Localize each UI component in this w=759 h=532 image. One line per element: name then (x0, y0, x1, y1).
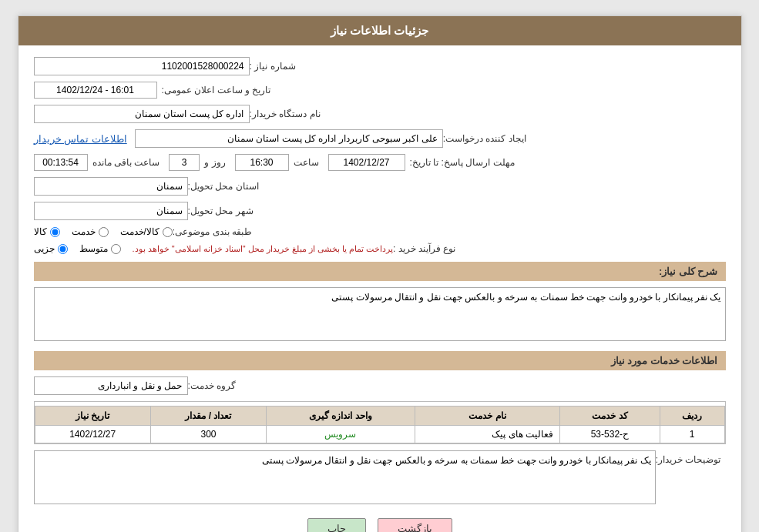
subject-row: طبقه بندی موضوعی: کالا/خدمت خدمت کالا (34, 226, 726, 237)
buyer-description-wrapper (34, 450, 656, 507)
cell-unit: سرویس (267, 426, 415, 443)
city-row: شهر محل تحویل: (34, 202, 726, 220)
need-number-input[interactable] (34, 57, 250, 75)
cell-need-date: 1402/12/27 (35, 426, 150, 443)
time-remaining-label: ساعت باقی مانده (92, 157, 160, 168)
page-header: جزئیات اطلاعات نیاز (18, 16, 741, 45)
response-date-group: 1402/12/27 (328, 154, 405, 171)
table-row: 1 ح-532-53 فعالیت های پیک سرویس 300 1402… (35, 426, 724, 443)
creator-row: ایجاد کننده درخواست: اطلاعات تماس خریدار (34, 129, 726, 148)
main-container: جزئیات اطلاعات نیاز شماره نیاز : تاریخ و… (18, 15, 742, 532)
service-group-input[interactable] (34, 376, 188, 395)
radio-kala-khedmat[interactable]: کالا/خدمت (120, 226, 173, 237)
buyer-org-row: نام دستگاه خریدار: (34, 105, 726, 123)
announce-date-value: 1402/12/24 - 16:01 (34, 82, 157, 99)
col-header-service-name: نام خدمت (415, 407, 560, 426)
province-label: استان محل تحویل: (188, 181, 259, 192)
need-summary-textarea[interactable] (34, 287, 726, 341)
buttons-row: بازگشت چاپ (34, 518, 726, 532)
purchase-type-label: نوع فرآیند خرید : (393, 243, 455, 254)
announce-date-row: تاریخ و ساعت اعلان عمومی: 1402/12/24 - 1… (34, 82, 726, 99)
subject-radio-group: کالا/خدمت خدمت کالا (34, 226, 173, 237)
city-label: شهر محل تحویل: (188, 206, 254, 216)
back-button[interactable]: بازگشت (378, 518, 452, 532)
radio-khedmat[interactable]: خدمت (72, 226, 109, 237)
col-header-service-code: کد خدمت (560, 407, 660, 426)
subject-label: طبقه بندی موضوعی: (173, 226, 252, 237)
cell-row-num: 1 (660, 426, 724, 443)
creator-input[interactable] (135, 129, 443, 148)
buyer-description-textarea[interactable] (34, 450, 656, 504)
content-area: شماره نیاز : تاریخ و ساعت اعلان عمومی: 1… (18, 45, 741, 532)
service-group-row: گروه خدمت: (34, 376, 726, 395)
need-number-label: شماره نیاز : (250, 61, 296, 72)
cell-service-name: فعالیت های پیک (415, 426, 560, 443)
need-number-row: شماره نیاز : (34, 57, 726, 75)
services-table-container: ردیف کد خدمت نام خدمت واحد اندازه گیری ت… (34, 401, 726, 444)
col-header-need-date: تاریخ نیاز (35, 407, 150, 426)
need-summary-area (34, 287, 726, 343)
buyer-org-input[interactable] (34, 105, 250, 123)
radio-jozi[interactable]: جزیی (34, 243, 68, 254)
response-time-label: ساعت (294, 157, 319, 168)
need-summary-label: شرح کلی نیاز: (34, 262, 726, 281)
purchase-type-radio-group: پرداخت تمام یا بخشی از مبلغ خریدار محل "… (34, 243, 394, 254)
response-deadline-label: مهلت ارسال پاسخ: تا تاریخ: (410, 157, 515, 168)
buyer-description-row: توضیحات خریدار: (34, 450, 726, 507)
announce-label: تاریخ و ساعت اعلان عمومی: (162, 85, 271, 95)
days-value: 3 (169, 154, 200, 171)
col-header-unit: واحد اندازه گیری (267, 407, 415, 426)
buyer-description-label: توضیحات خریدار: (656, 454, 721, 465)
province-input[interactable] (34, 177, 188, 196)
radio-kala[interactable]: کالا (34, 226, 60, 237)
services-table: ردیف کد خدمت نام خدمت واحد اندازه گیری ت… (35, 406, 725, 443)
service-group-label: گروه خدمت: (188, 380, 237, 391)
contact-link[interactable]: اطلاعات تماس خریدار (34, 133, 127, 145)
response-deadline-row: مهلت ارسال پاسخ: تا تاریخ: 1402/12/27 سا… (34, 154, 726, 171)
time-remaining-value: 00:13:54 (34, 154, 88, 171)
col-header-quantity: تعداد / مقدار (150, 407, 266, 426)
cell-quantity: 300 (150, 426, 266, 443)
creator-label: ایجاد کننده درخواست: (443, 133, 526, 144)
services-section-label: اطلاعات خدمات مورد نیاز (34, 351, 726, 370)
response-time-value: 16:30 (235, 154, 289, 171)
purchase-type-row: نوع فرآیند خرید : پرداخت تمام یا بخشی از… (34, 243, 726, 254)
radio-motavaset[interactable]: متوسط (79, 243, 121, 254)
purchase-notice: پرداخت تمام یا بخشی از مبلغ خریدار محل "… (133, 244, 394, 254)
city-input[interactable] (34, 202, 188, 220)
col-header-row-num: ردیف (660, 407, 724, 426)
cell-service-code: ح-532-53 (560, 426, 660, 443)
days-label: روز و (204, 157, 225, 168)
print-button[interactable]: چاپ (307, 518, 366, 532)
response-date-value: 1402/12/27 (328, 154, 405, 171)
page-title: جزئیات اطلاعات نیاز (331, 24, 428, 37)
province-row: استان محل تحویل: (34, 177, 726, 196)
buyer-org-label: نام دستگاه خریدار: (250, 109, 321, 119)
